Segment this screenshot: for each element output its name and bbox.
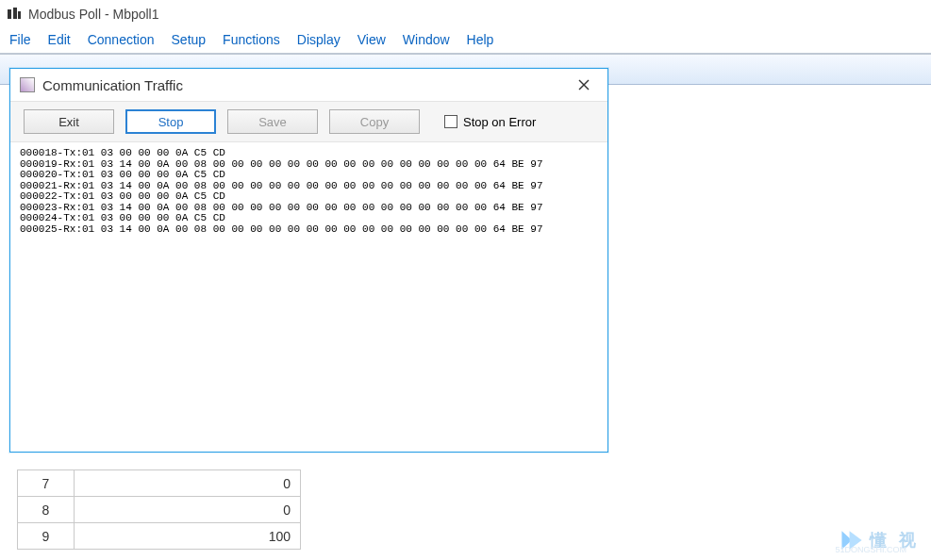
stop-button[interactable]: Stop (125, 109, 216, 134)
communication-traffic-dialog: Communication Traffic Exit Stop Save Cop… (9, 68, 608, 453)
menu-bar: File Edit Connection Setup Functions Dis… (0, 28, 931, 55)
stop-on-error-checkbox[interactable] (444, 115, 457, 128)
menu-setup[interactable]: Setup (172, 32, 207, 47)
menu-window[interactable]: Window (403, 32, 450, 47)
row-header: 7 (18, 470, 75, 497)
svg-rect-2 (18, 11, 21, 19)
row-value[interactable]: 0 (75, 470, 301, 497)
close-button[interactable] (568, 74, 600, 96)
app-title: Modbus Poll - Mbpoll1 (28, 7, 159, 22)
row-value[interactable]: 0 (75, 497, 301, 523)
watermark-subtext: 51DONGSHI.COM (835, 545, 906, 554)
menu-help[interactable]: Help (467, 32, 494, 47)
menu-edit[interactable]: Edit (48, 32, 71, 47)
svg-rect-1 (13, 8, 17, 19)
dialog-toolbar: Exit Stop Save Copy Stop on Error (10, 101, 607, 142)
app-titlebar: Modbus Poll - Mbpoll1 (0, 0, 931, 28)
svg-rect-0 (8, 9, 11, 19)
menu-display[interactable]: Display (297, 32, 341, 47)
table-row: 8 0 (18, 497, 301, 523)
dialog-titlebar[interactable]: Communication Traffic (10, 69, 607, 101)
stop-on-error-label: Stop on Error (463, 115, 536, 129)
copy-button[interactable]: Copy (329, 109, 420, 134)
stop-on-error-group: Stop on Error (444, 115, 536, 129)
row-value[interactable]: 100 (75, 523, 301, 550)
menu-connection[interactable]: Connection (88, 32, 155, 47)
table-row: 9 100 (18, 523, 301, 550)
dialog-icon (20, 77, 35, 92)
dialog-title: Communication Traffic (42, 77, 183, 93)
exit-button[interactable]: Exit (24, 109, 114, 134)
menu-functions[interactable]: Functions (223, 32, 280, 47)
menu-file[interactable]: File (9, 32, 31, 47)
watermark: 懂 视 51DONGSHI.COM (840, 528, 920, 552)
table-row: 7 0 (18, 470, 301, 497)
menu-view[interactable]: View (357, 32, 386, 47)
app-icon (6, 6, 23, 23)
traffic-log[interactable]: 000018-Tx:01 03 00 00 00 0A C5 CD 000019… (10, 142, 607, 452)
row-header: 9 (18, 523, 75, 550)
row-header: 8 (18, 497, 75, 523)
save-button[interactable]: Save (227, 109, 318, 134)
register-table: 7 0 8 0 9 100 (17, 469, 301, 550)
